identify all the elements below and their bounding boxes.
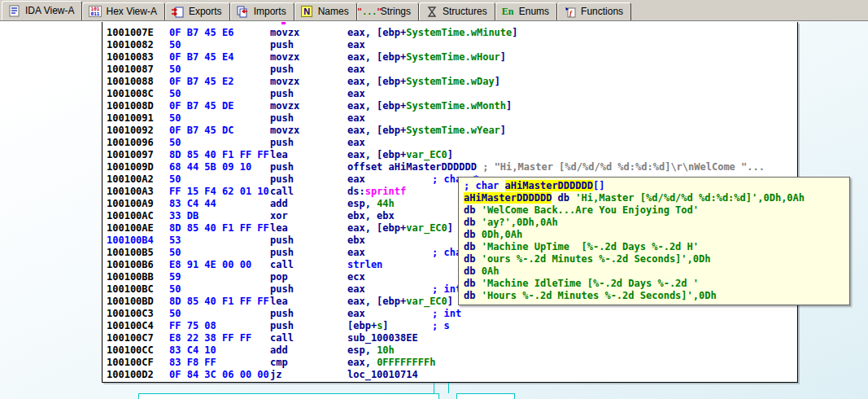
tooltip-line: db 0Dh,0Ah — [464, 229, 849, 241]
asm-operands: eax, [ebp+SystemTime.wMinute] — [347, 27, 518, 39]
asm-address: 10010083 — [107, 51, 154, 64]
asm-line[interactable]: 100100D20F 84 3C 06 00 00jzloc_10010714 — [103, 369, 797, 381]
asm-line[interactable]: 100100C350pusheax; int — [103, 308, 797, 320]
asm-bytes: 0F B7 45 E4 — [169, 51, 233, 64]
asm-operands: esp, 44h — [347, 198, 395, 210]
graph-view[interactable]: 1001007E0F B7 45 E6movzxeax, [ebp+System… — [0, 21, 868, 399]
names-icon: N — [300, 5, 314, 18]
asm-line[interactable]: 1001007E0F B7 45 E6movzxeax, [ebp+System… — [103, 27, 797, 39]
asm-mnemonic: movzx — [270, 100, 299, 112]
asm-bytes: 50 — [169, 283, 181, 296]
enums-icon: En — [501, 5, 515, 18]
tab-label: Hex View-A — [106, 6, 156, 17]
tooltip-line: db 'ours %-.2d Minutes %-.2d Seconds]',0… — [464, 253, 849, 265]
tab-enums[interactable]: En Enums — [495, 2, 557, 20]
asm-mnemonic: call — [270, 332, 294, 344]
tab-label: Exports — [189, 6, 222, 17]
asm-operands: eax — [347, 64, 365, 76]
asm-line[interactable]: 100100C7E8 22 38 FF FFcallsub_100038EE — [103, 332, 797, 344]
asm-operands: eax — [347, 39, 365, 51]
asm-bytes: 0F B7 45 E2 — [169, 76, 233, 88]
tooltip-line: db 0Ah — [464, 265, 849, 278]
tab-ida-view-a[interactable]: IDA View-A — [2, 1, 82, 20]
asm-line[interactable]: 100100978D 85 40 F1 FF FFleaeax, [ebp+va… — [103, 149, 797, 161]
tab-label: Structures — [443, 6, 487, 17]
asm-comment: ; int — [432, 283, 461, 296]
tab-exports[interactable]: Exports — [165, 2, 230, 20]
asm-line[interactable]: 100100C4FF 75 08push[ebp+s]; s — [103, 320, 797, 332]
asm-address: 100100CC — [107, 344, 154, 357]
asm-line[interactable]: 100100830F B7 45 E4movzxeax, [ebp+System… — [103, 51, 797, 64]
functions-icon: f — [563, 5, 577, 18]
exports-icon — [171, 5, 185, 18]
tab-structures[interactable]: Structures — [419, 2, 495, 20]
asm-operands: eax, [ebp+var_EC0] — [347, 149, 453, 161]
asm-address: 100100B5 — [107, 247, 154, 259]
asm-bytes: 0F B7 45 E6 — [169, 27, 233, 39]
asm-bytes: 50 — [169, 247, 181, 259]
asm-address: 100100A3 — [107, 186, 154, 198]
tab-strings[interactable]: "..." Strings — [357, 2, 419, 20]
asm-line[interactable]: 1001009650pusheax — [103, 137, 797, 149]
tab-label: IDA View-A — [25, 5, 74, 16]
asm-bytes: E8 91 4E 00 00 — [169, 259, 251, 271]
tab-imports[interactable]: Imports — [230, 2, 294, 20]
asm-address: 100100C4 — [107, 320, 154, 332]
asm-line[interactable]: 1001009D68 44 5B 09 10pushoffset aHiMast… — [103, 161, 797, 173]
asm-operands: eax, [ebp+SystemTime.wYear] — [347, 125, 506, 137]
asm-address: 100100AC — [107, 210, 154, 222]
asm-mnemonic: add — [270, 198, 288, 210]
asm-line[interactable]: 1001008750pusheax — [103, 64, 797, 76]
asm-mnemonic: lea — [270, 222, 288, 235]
asm-line[interactable]: 1001008250pusheax — [103, 39, 797, 51]
asm-bytes: 8D 85 40 F1 FF FF — [169, 149, 269, 161]
asm-line[interactable]: 100100880F B7 45 E2movzxeax, [ebp+System… — [103, 76, 797, 88]
asm-operands: eax, [ebp+SystemTime.wHour] — [347, 51, 506, 64]
tab-names[interactable]: N Names — [294, 2, 357, 20]
asm-operands: eax, [ebp+SystemTime.wDay] — [347, 76, 500, 88]
tab-bar: IDA View-A 101011 Hex View-A Exports Imp… — [0, 0, 868, 21]
asm-address: 100100A9 — [107, 198, 154, 210]
tooltip-line: db 'WelCome Back...Are You Enjoying Tod' — [464, 204, 849, 217]
asm-mnemonic: push — [270, 39, 294, 51]
asm-address: 100100BD — [107, 296, 154, 308]
tab-label: Imports — [254, 6, 286, 17]
graph-node-partial[interactable] — [138, 393, 439, 399]
asm-operands: offset aHiMasterDDDDDD ; "Hi,Master [%d/… — [347, 161, 765, 173]
asm-bytes: 83 C4 44 — [169, 198, 216, 210]
asm-line[interactable]: 100100CC83 C4 10addesp, 10h — [103, 344, 797, 357]
asm-operands: ebx — [347, 235, 365, 247]
asm-bytes: 50 — [169, 173, 181, 186]
asm-bytes: E8 22 38 FF FF — [169, 332, 251, 344]
tooltip-line: db 'ay?',0Dh,0Ah — [464, 217, 849, 229]
asm-mnemonic: cmp — [270, 357, 288, 369]
asm-mnemonic: push — [270, 247, 294, 259]
asm-mnemonic: pop — [270, 271, 288, 283]
asm-operands: eax — [347, 308, 365, 320]
asm-line[interactable]: 1001008D0F B7 45 DEmovzxeax, [ebp+System… — [103, 100, 797, 112]
tab-label: Functions — [581, 6, 623, 17]
asm-address: 100100D2 — [107, 369, 154, 381]
asm-mnemonic: movzx — [270, 125, 299, 137]
asm-bytes: 8D 85 40 F1 FF FF — [169, 222, 269, 235]
tab-hex-view-a[interactable]: 101011 Hex View-A — [82, 2, 164, 20]
asm-operands: esp, 10h — [347, 344, 395, 357]
tab-functions[interactable]: f Functions — [557, 2, 631, 20]
asm-bytes: 50 — [169, 308, 181, 320]
asm-mnemonic: push — [270, 88, 294, 100]
asm-line[interactable]: 1001009150pusheax — [103, 112, 797, 125]
asm-comment: ; s — [432, 320, 450, 332]
asm-bytes: 59 — [169, 271, 181, 283]
asm-address: 100100C7 — [107, 332, 154, 344]
tooltip-line: db 'Hours %-.2d Minutes %-.2d Seconds]',… — [464, 290, 849, 302]
graph-node-partial[interactable] — [456, 393, 515, 399]
asm-operands: eax, [ebp+var_EC0] — [347, 222, 453, 235]
asm-comment: ; int — [432, 308, 461, 320]
asm-line[interactable]: 1001008C50pusheax — [103, 88, 797, 100]
asm-mnemonic: call — [270, 186, 294, 198]
asm-address: 1001009D — [107, 161, 154, 173]
asm-bytes: 0F B7 45 DC — [169, 125, 233, 137]
asm-line[interactable]: 100100CF83 F8 FFcmpeax, 0FFFFFFFFh — [103, 357, 797, 369]
asm-line[interactable]: 100100920F B7 45 DCmovzxeax, [ebp+System… — [103, 125, 797, 137]
asm-mnemonic: call — [270, 259, 294, 271]
